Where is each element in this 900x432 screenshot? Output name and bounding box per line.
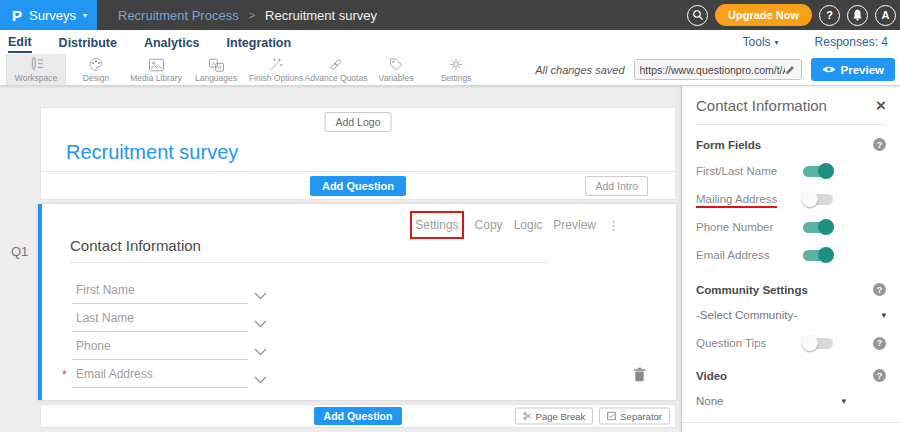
panel-header: Contact Information × xyxy=(696,97,886,114)
field-last-name[interactable]: Last Name xyxy=(72,305,248,332)
chevron-down-icon[interactable] xyxy=(254,286,267,304)
field-label: First Name xyxy=(76,283,135,297)
survey-title[interactable]: Recruitment survey xyxy=(66,141,238,164)
svg-text:A: A xyxy=(217,64,221,70)
kebab-menu-icon[interactable]: ⋮ xyxy=(607,219,620,232)
survey-url-input[interactable] xyxy=(640,64,785,76)
header-actions: Upgrade Now ? A xyxy=(687,4,900,26)
tab-integration[interactable]: Integration xyxy=(227,32,292,52)
settings-icon xyxy=(448,57,464,72)
question-copy-action[interactable]: Copy xyxy=(475,218,503,232)
question-tips-toggle[interactable] xyxy=(803,338,833,349)
responses-link[interactable]: Responses: 4 xyxy=(815,35,888,49)
add-intro-button[interactable]: Add Intro xyxy=(585,176,648,196)
tab-analytics[interactable]: Analytics xyxy=(144,32,200,52)
account-avatar[interactable]: A xyxy=(875,5,896,26)
email-address-toggle[interactable] xyxy=(803,250,833,261)
panel-divider xyxy=(696,124,886,125)
field-phone[interactable]: Phone xyxy=(72,333,248,360)
toggle-row-question-tips: Question Tips ? xyxy=(696,335,886,351)
edit-url-pencil-icon[interactable] xyxy=(785,61,796,79)
first-last-name-toggle[interactable] xyxy=(803,166,833,177)
required-asterisk: * xyxy=(62,368,67,382)
notifications-button[interactable] xyxy=(847,5,868,26)
chevron-down-icon[interactable] xyxy=(254,342,267,360)
video-select[interactable]: None ▾ xyxy=(696,395,846,407)
question-card-q1: Settings Copy Logic Preview ⋮ Contact In… xyxy=(38,204,676,400)
search-button[interactable] xyxy=(687,5,708,26)
toolbar-item-finish-options[interactable]: Finish Options xyxy=(246,54,306,85)
survey-title-card: Add Logo Recruitment survey Add Question… xyxy=(40,107,676,200)
video-heading: Video xyxy=(696,370,727,382)
toolbar-label: Design xyxy=(83,73,109,83)
page-break-icon xyxy=(523,412,532,421)
preview-button[interactable]: Preview xyxy=(811,58,895,81)
community-settings-section-header: Community Settings ? xyxy=(696,283,886,296)
annotation-mailing-address-underline: Mailing Address xyxy=(696,193,777,208)
advance-quotas-icon xyxy=(328,57,344,72)
help-icon[interactable]: ? xyxy=(873,369,886,382)
brand-surveys-menu[interactable]: P Surveys ▾ xyxy=(0,0,97,30)
toggle-knob xyxy=(818,163,834,179)
toggle-row-first-last-name: First/Last Name xyxy=(696,163,886,179)
toolbar-item-design[interactable]: Design xyxy=(66,54,126,85)
add-logo-button[interactable]: Add Logo xyxy=(325,112,392,132)
community-select[interactable]: -Select Community- ▾ xyxy=(696,309,886,321)
field-email-address[interactable]: Email Address xyxy=(72,361,248,388)
breadcrumb-parent-link[interactable]: Recruitment Process xyxy=(118,8,239,23)
design-icon xyxy=(88,57,104,72)
toolbar-item-workspace[interactable]: Workspace xyxy=(6,54,66,85)
questionpro-logo-icon: P xyxy=(12,7,22,24)
question-title[interactable]: Contact Information xyxy=(70,237,201,254)
question-actions: Settings Copy Logic Preview ⋮ xyxy=(410,211,620,239)
tab-distribute[interactable]: Distribute xyxy=(59,32,117,52)
tools-menu[interactable]: Tools ▾ xyxy=(743,35,779,49)
form-fields-heading: Form Fields xyxy=(696,139,761,151)
video-select-value: None xyxy=(696,395,724,407)
toolbar-item-variables[interactable]: Variables xyxy=(366,54,426,85)
toolbar-item-settings[interactable]: Settings xyxy=(426,54,486,85)
page-break-button[interactable]: Page Break xyxy=(515,408,594,425)
add-question-button[interactable]: Add Question xyxy=(310,176,406,196)
toolbar-item-media-library[interactable]: Media Library xyxy=(126,54,186,85)
field-label: Phone xyxy=(76,339,111,353)
toolbar-label: Settings xyxy=(441,73,472,83)
separator-button[interactable]: Separator xyxy=(599,408,670,425)
breadcrumb: Recruitment Process > Recruitment survey xyxy=(118,8,377,23)
delete-question-trash-icon[interactable] xyxy=(633,367,646,386)
close-icon[interactable]: × xyxy=(876,97,886,114)
workspace-icon xyxy=(28,57,45,72)
chevron-down-icon[interactable] xyxy=(254,370,267,388)
toggle-knob xyxy=(818,219,834,235)
help-icon[interactable]: ? xyxy=(873,337,886,350)
toolbar-label: Languages xyxy=(195,73,237,83)
caret-down-icon: ▾ xyxy=(841,396,846,406)
survey-canvas: Q1 Add Logo Recruitment survey Add Quest… xyxy=(0,86,900,432)
field-first-name[interactable]: First Name xyxy=(72,277,248,304)
svg-text:x: x xyxy=(212,60,215,66)
question-divider xyxy=(70,262,548,263)
mailing-address-toggle[interactable] xyxy=(803,194,833,205)
field-label: Email Address xyxy=(76,367,153,381)
video-section-header: Video ? xyxy=(696,369,886,382)
question-settings-panel: Contact Information × Form Fields ? Firs… xyxy=(681,86,900,432)
question-settings-action[interactable]: Settings xyxy=(415,218,458,232)
community-settings-heading: Community Settings xyxy=(696,284,808,296)
finish-options-icon xyxy=(268,57,284,72)
chevron-down-icon[interactable] xyxy=(254,314,267,332)
help-icon[interactable]: ? xyxy=(873,283,886,296)
upgrade-now-button[interactable]: Upgrade Now xyxy=(715,4,812,26)
bell-icon xyxy=(852,9,863,21)
question-logic-action[interactable]: Logic xyxy=(514,218,543,232)
eye-icon xyxy=(822,65,836,74)
add-question-button-bottom[interactable]: Add Question xyxy=(314,407,403,425)
preview-label: Preview xyxy=(841,64,884,76)
toolbar-item-languages[interactable]: xA Languages xyxy=(186,54,246,85)
phone-number-toggle[interactable] xyxy=(803,222,833,233)
question-preview-action[interactable]: Preview xyxy=(553,218,596,232)
help-button[interactable]: ? xyxy=(819,5,840,26)
tab-edit[interactable]: Edit xyxy=(8,31,32,53)
help-icon[interactable]: ? xyxy=(873,138,886,151)
survey-url-box xyxy=(634,59,802,80)
toolbar-item-advance-quotas[interactable]: Advance Quotas xyxy=(306,54,366,85)
